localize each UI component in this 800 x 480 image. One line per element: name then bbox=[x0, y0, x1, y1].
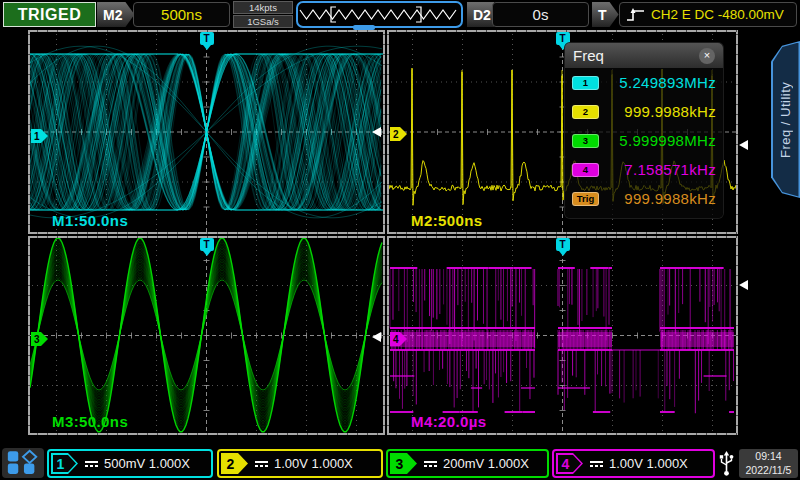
tab-freq-utility-label: Freq / Utility bbox=[771, 41, 800, 198]
window-m4[interactable]: 4 T M4:20.0µs bbox=[387, 236, 738, 435]
channel-2-badge: 2 bbox=[221, 453, 248, 474]
preview-zigzag-icon bbox=[298, 3, 461, 26]
channel-3-scale: 200mV 1.000X bbox=[443, 456, 529, 471]
window-m2-timebase-label: M2:500ns bbox=[411, 212, 483, 229]
usb-icon bbox=[718, 451, 735, 477]
trigger-position-marker-m3[interactable]: T bbox=[200, 238, 214, 251]
freq-badge-ch3: 3 bbox=[572, 134, 599, 148]
date-text: 2022/11/5 bbox=[746, 464, 792, 478]
channel-3-block[interactable]: 3 200mV 1.000X bbox=[386, 449, 549, 478]
waveform-m4 bbox=[389, 238, 736, 433]
freq-panel-titlebar[interactable]: Freq × bbox=[565, 43, 723, 68]
freq-badge-ch1: 1 bbox=[572, 76, 599, 90]
freq-badge-trig: Trig bbox=[572, 192, 599, 206]
oscilloscope-screen: TRIGED M2 500ns 14kpts 1GSa/s D2 0s T CH… bbox=[0, 0, 800, 480]
channel-1-scale: 500mV 1.000X bbox=[104, 456, 190, 471]
freq-row-ch4: 4 7.158571kHz bbox=[565, 155, 723, 184]
apps-grid-icon bbox=[5, 449, 41, 477]
channel-2-block[interactable]: 2 1.00V 1.000X bbox=[217, 449, 383, 478]
freq-badge-ch2: 2 bbox=[572, 105, 599, 119]
waveform-m1 bbox=[30, 32, 383, 232]
tab-freq-utility[interactable]: Freq / Utility bbox=[771, 41, 800, 198]
channel-4-badge: 4 bbox=[556, 453, 583, 474]
freq-value-ch3: 5.999998MHz bbox=[619, 132, 716, 149]
freq-value-trig: 999.9988kHz bbox=[624, 190, 716, 207]
window-m1-timebase-label: M1:50.0ns bbox=[52, 212, 128, 229]
freq-row-ch2: 2 999.9988kHz bbox=[565, 97, 723, 126]
channel-1-block[interactable]: 1 500mV 1.000X bbox=[47, 449, 213, 478]
window-m1[interactable]: 1 T M1:50.0ns bbox=[28, 30, 385, 234]
trigger-level-arrow-m3[interactable] bbox=[372, 332, 381, 342]
trigger-position-marker-m4[interactable]: T bbox=[556, 238, 570, 251]
freq-value-ch2: 999.9988kHz bbox=[624, 103, 716, 120]
waveform-m3 bbox=[30, 238, 383, 433]
usb-status bbox=[716, 449, 737, 478]
freq-value-ch4: 7.158571kHz bbox=[624, 161, 716, 178]
window-m3[interactable]: 3 T M3:50.0ns bbox=[28, 236, 385, 435]
delay-value[interactable]: 0s bbox=[492, 2, 589, 27]
dc-coupling-icon bbox=[424, 461, 437, 467]
freq-row-trig: Trig 999.9988kHz bbox=[565, 184, 723, 213]
freq-panel-title: Freq bbox=[573, 47, 604, 64]
clock-display: 09:14 2022/11/5 bbox=[739, 449, 798, 478]
dc-coupling-icon bbox=[255, 461, 268, 467]
time-text: 09:14 bbox=[755, 450, 781, 464]
freq-row-ch3: 3 5.999998MHz bbox=[565, 126, 723, 155]
top-status-bar: TRIGED M2 500ns 14kpts 1GSa/s D2 0s T CH… bbox=[0, 0, 800, 30]
trigger-level-arrow-m2[interactable] bbox=[739, 140, 748, 150]
trigger-level-arrow-m1[interactable] bbox=[372, 127, 381, 137]
close-icon[interactable]: × bbox=[699, 48, 715, 64]
dc-coupling-icon bbox=[590, 461, 603, 467]
channel-3-badge: 3 bbox=[390, 453, 417, 474]
rising-edge-icon bbox=[626, 7, 646, 23]
channel-1-badge: 1 bbox=[51, 453, 78, 474]
waveform-preview-strip[interactable] bbox=[296, 1, 463, 28]
trigger-settings[interactable]: CH2 E DC -480.00mV bbox=[619, 2, 797, 27]
freq-badge-ch4: 4 bbox=[572, 163, 599, 177]
window-m3-timebase-label: M3:50.0ns bbox=[52, 413, 128, 430]
trigger-level-arrow-m4[interactable] bbox=[739, 280, 748, 290]
freq-row-ch1: 1 5.249893MHz bbox=[565, 68, 723, 97]
trigger-source-text: CH2 E DC -480.00mV bbox=[651, 7, 784, 22]
menu-apps-button[interactable] bbox=[2, 448, 44, 478]
sample-rate: 1GSa/s bbox=[233, 15, 293, 28]
freq-measure-panel: Freq × 1 5.249893MHz 2 999.9988kHz 3 5.9… bbox=[565, 43, 723, 218]
horizontal-source-label: M2 bbox=[97, 2, 134, 27]
channel-2-scale: 1.00V 1.000X bbox=[274, 456, 353, 471]
window-m4-timebase-label: M4:20.0µs bbox=[411, 413, 487, 430]
dc-coupling-icon bbox=[85, 461, 98, 467]
freq-value-ch1: 5.249893MHz bbox=[619, 74, 716, 91]
trigger-status-badge: TRIGED bbox=[3, 2, 96, 27]
bottom-channel-bar: 1 500mV 1.000X 2 1.00V 1.000X 3 200mV 1.… bbox=[0, 447, 800, 480]
trigger-label: T bbox=[592, 2, 619, 27]
memory-depth: 14kpts bbox=[233, 1, 293, 14]
timebase-value[interactable]: 500ns bbox=[133, 2, 230, 27]
channel-4-scale: 1.00V 1.000X bbox=[609, 456, 688, 471]
trigger-position-marker-m1[interactable]: T bbox=[200, 32, 214, 45]
channel-4-block[interactable]: 4 1.00V 1.000X bbox=[552, 449, 715, 478]
